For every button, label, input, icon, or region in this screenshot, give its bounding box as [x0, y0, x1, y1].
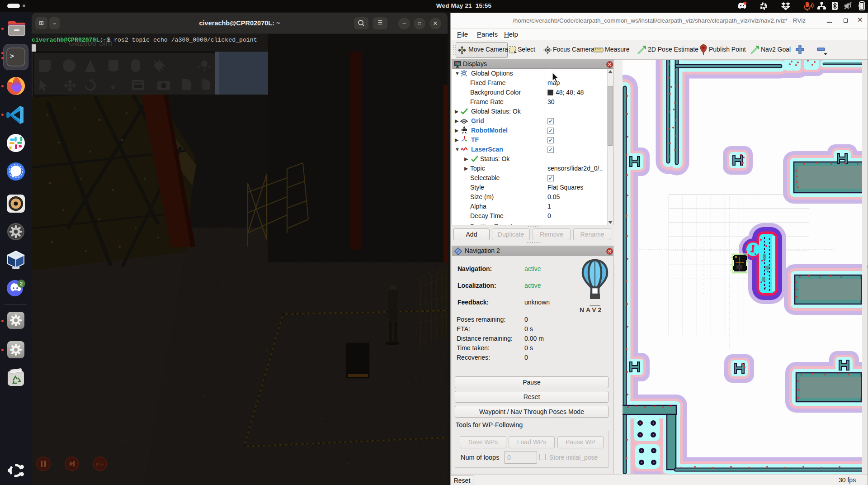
svg-text:>_: >_	[10, 53, 19, 61]
svg-text:RTF: RTF	[96, 462, 104, 466]
svg-text:2: 2	[20, 281, 23, 286]
